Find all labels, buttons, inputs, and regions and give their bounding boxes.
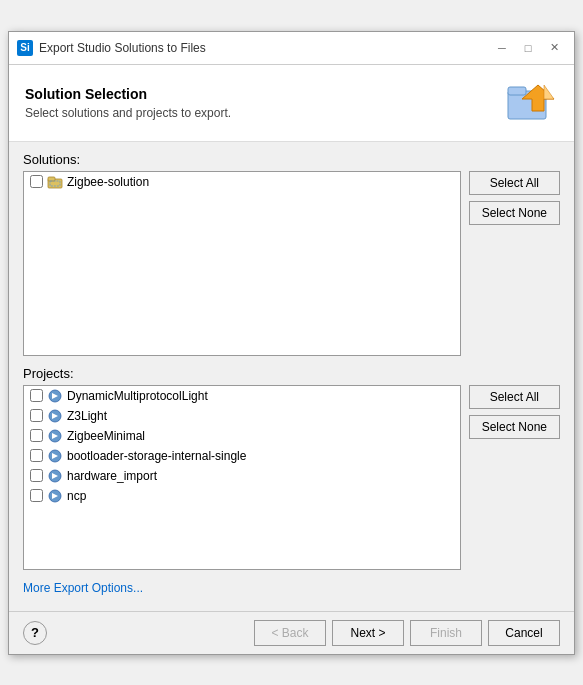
solutions-listbox[interactable]: Zigbee-solution (23, 171, 461, 356)
close-button[interactable]: ✕ (542, 38, 566, 58)
projects-btn-group: Select All Select None (469, 385, 560, 570)
app-icon: Si (17, 40, 33, 56)
solution-checkbox-zigbee[interactable] (30, 175, 43, 188)
header-section: Solution Selection Select solutions and … (9, 65, 574, 142)
minimize-button[interactable]: ─ (490, 38, 514, 58)
solutions-label: Solutions: (23, 152, 560, 167)
titlebar: Si Export Studio Solutions to Files ─ □ … (9, 32, 574, 65)
help-button[interactable]: ? (23, 621, 47, 645)
project-item-dynamicmultiprotocollight[interactable]: DynamicMultiprotocolLight (24, 386, 460, 406)
project-name-3: ZigbeeMinimal (67, 429, 145, 443)
solutions-section: Zigbee-solution Select All Select None (23, 171, 560, 356)
project-checkbox-4[interactable] (30, 449, 43, 462)
finish-button[interactable]: Finish (410, 620, 482, 646)
cancel-button[interactable]: Cancel (488, 620, 560, 646)
projects-section: DynamicMultiprotocolLight Z3Light (23, 385, 560, 570)
main-window: Si Export Studio Solutions to Files ─ □ … (8, 31, 575, 655)
solutions-btn-group: Select All Select None (469, 171, 560, 356)
project-icon-1 (47, 388, 63, 404)
solutions-select-all-button[interactable]: Select All (469, 171, 560, 195)
project-checkbox-5[interactable] (30, 469, 43, 482)
solutions-select-none-button[interactable]: Select None (469, 201, 560, 225)
solution-folder-icon (47, 174, 63, 190)
maximize-button[interactable]: □ (516, 38, 540, 58)
project-name-4: bootloader-storage-internal-single (67, 449, 246, 463)
page-subtext: Select solutions and projects to export. (25, 106, 231, 120)
window-title: Export Studio Solutions to Files (39, 41, 206, 55)
project-name-2: Z3Light (67, 409, 107, 423)
project-icon-2 (47, 408, 63, 424)
projects-select-none-button[interactable]: Select None (469, 415, 560, 439)
project-icon-6 (47, 488, 63, 504)
project-name-1: DynamicMultiprotocolLight (67, 389, 208, 403)
project-icon-3 (47, 428, 63, 444)
content-area: Solutions: Zigbee-solution Select (9, 142, 574, 611)
project-name-6: ncp (67, 489, 86, 503)
page-heading: Solution Selection (25, 86, 231, 102)
project-icon-5 (47, 468, 63, 484)
project-checkbox-6[interactable] (30, 489, 43, 502)
header-icon (506, 77, 558, 129)
project-item-hardware[interactable]: hardware_import (24, 466, 460, 486)
project-item-zigbeeminimal[interactable]: ZigbeeMinimal (24, 426, 460, 446)
project-item-ncp[interactable]: ncp (24, 486, 460, 506)
project-checkbox-3[interactable] (30, 429, 43, 442)
projects-label: Projects: (23, 366, 560, 381)
solution-name-zigbee: Zigbee-solution (67, 175, 149, 189)
next-button[interactable]: Next > (332, 620, 404, 646)
footer: ? < Back Next > Finish Cancel (9, 611, 574, 654)
header-text: Solution Selection Select solutions and … (25, 86, 231, 120)
project-item-z3light[interactable]: Z3Light (24, 406, 460, 426)
footer-left: ? (23, 621, 47, 645)
more-export-options-link[interactable]: More Export Options... (23, 581, 143, 595)
solution-item-zigbee[interactable]: Zigbee-solution (24, 172, 460, 192)
titlebar-left: Si Export Studio Solutions to Files (17, 40, 206, 56)
footer-right: < Back Next > Finish Cancel (254, 620, 560, 646)
projects-select-all-button[interactable]: Select All (469, 385, 560, 409)
projects-listbox[interactable]: DynamicMultiprotocolLight Z3Light (23, 385, 461, 570)
project-checkbox-2[interactable] (30, 409, 43, 422)
svg-rect-1 (508, 87, 526, 95)
project-item-bootloader[interactable]: bootloader-storage-internal-single (24, 446, 460, 466)
svg-rect-3 (48, 177, 55, 181)
back-button[interactable]: < Back (254, 620, 326, 646)
project-checkbox-1[interactable] (30, 389, 43, 402)
titlebar-controls: ─ □ ✕ (490, 38, 566, 58)
project-icon-4 (47, 448, 63, 464)
project-name-5: hardware_import (67, 469, 157, 483)
